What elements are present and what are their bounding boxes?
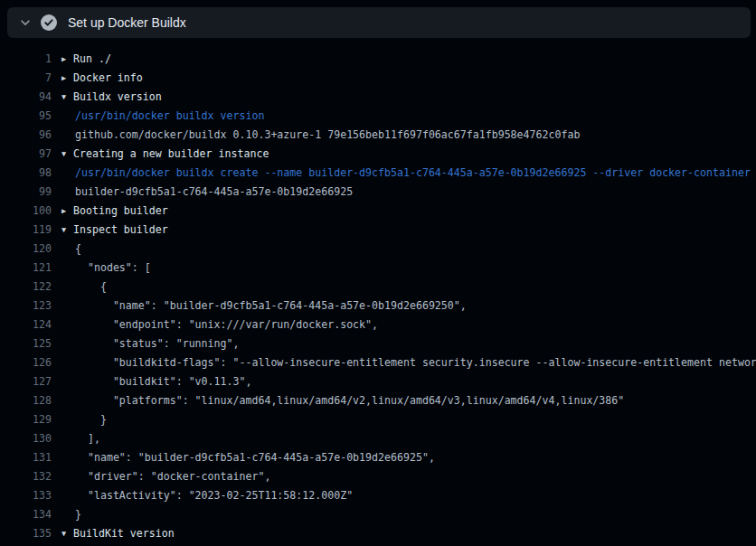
group-label[interactable]: Docker info bbox=[73, 71, 143, 84]
line-number[interactable]: 127 bbox=[0, 372, 52, 391]
log-output-text: "name": "builder-d9cfb5a1-c764-445a-a57e… bbox=[61, 448, 435, 467]
log-group-toggle[interactable]: ▼BuildKit version bbox=[61, 524, 175, 543]
group-label[interactable]: Buildx version bbox=[73, 90, 162, 103]
line-number[interactable]: 96 bbox=[0, 126, 52, 145]
log-group-toggle[interactable]: ▼Buildx version bbox=[61, 88, 162, 107]
line-number[interactable]: 130 bbox=[0, 429, 52, 448]
line-number[interactable]: 120 bbox=[0, 240, 52, 259]
group-label[interactable]: Inspect builder bbox=[73, 223, 168, 236]
log-output-text: "status": "running", bbox=[61, 334, 239, 353]
log-line: 120{ bbox=[0, 240, 756, 259]
line-number[interactable]: 128 bbox=[0, 391, 52, 410]
check-circle-icon bbox=[41, 14, 57, 31]
group-label[interactable]: Run ./ bbox=[73, 52, 111, 65]
log-line: 124 "endpoint": "unix:///var/run/docker.… bbox=[0, 315, 756, 334]
log-line: 130 ], bbox=[0, 429, 756, 448]
log-line: 95/usr/bin/docker buildx version bbox=[0, 107, 756, 126]
log-line: 98/usr/bin/docker buildx create --name b… bbox=[0, 164, 756, 183]
log-command-text: /usr/bin/docker buildx create --name bui… bbox=[61, 164, 751, 183]
log-group-row: 100▶Booting builder bbox=[0, 202, 756, 221]
log-line: 99builder-d9cfb5a1-c764-445a-a57e-0b19d2… bbox=[0, 183, 756, 202]
log-output-text: builder-d9cfb5a1-c764-445a-a57e-0b19d2e6… bbox=[61, 183, 353, 202]
line-number[interactable]: 95 bbox=[0, 107, 52, 126]
log-output-text: "buildkit": "v0.11.3", bbox=[61, 372, 251, 391]
log-line: 122 { bbox=[0, 278, 756, 297]
triangle-down-icon[interactable]: ▼ bbox=[61, 88, 73, 107]
line-number[interactable]: 100 bbox=[0, 202, 52, 221]
line-number[interactable]: 126 bbox=[0, 353, 52, 372]
log-line: 129 } bbox=[0, 410, 756, 429]
log-line: 132 "driver": "docker-container", bbox=[0, 467, 756, 486]
log-line: 121 "nodes": [ bbox=[0, 259, 756, 278]
log-output-text: } bbox=[61, 410, 107, 429]
line-number[interactable]: 98 bbox=[0, 164, 52, 183]
line-number[interactable]: 124 bbox=[0, 315, 52, 334]
line-number[interactable]: 122 bbox=[0, 278, 52, 297]
log-group-toggle[interactable]: ▶Docker info bbox=[61, 69, 143, 88]
log-output-text: { bbox=[61, 278, 107, 297]
log-group-toggle[interactable]: ▼Inspect builder bbox=[61, 221, 168, 240]
triangle-right-icon[interactable]: ▶ bbox=[61, 50, 73, 69]
log-output-text: "name": "builder-d9cfb5a1-c764-445a-a57e… bbox=[61, 297, 467, 315]
log-line: 131 "name": "builder-d9cfb5a1-c764-445a-… bbox=[0, 448, 756, 467]
triangle-down-icon[interactable]: ▼ bbox=[61, 145, 73, 164]
log-group-toggle[interactable]: ▶Booting builder bbox=[61, 202, 168, 221]
line-number[interactable]: 135 bbox=[0, 524, 52, 543]
log-line: 123 "name": "builder-d9cfb5a1-c764-445a-… bbox=[0, 297, 756, 315]
log-command-text: /usr/bin/docker buildx version bbox=[61, 107, 264, 126]
log-output-text: "driver": "docker-container", bbox=[61, 467, 270, 486]
log-output: 1▶Run ./7▶Docker info94▼Buildx version95… bbox=[0, 50, 756, 546]
log-group-row: 7▶Docker info bbox=[0, 69, 756, 88]
line-number[interactable]: 7 bbox=[0, 69, 52, 88]
line-number[interactable]: 125 bbox=[0, 334, 52, 353]
log-output-text: "buildkitd-flags": "--allow-insecure-ent… bbox=[61, 353, 756, 372]
log-group-row: 135▼BuildKit version bbox=[0, 524, 756, 543]
log-group-row: 97▼Creating a new builder instance bbox=[0, 145, 756, 164]
log-output-text: "endpoint": "unix:///var/run/docker.sock… bbox=[61, 315, 378, 334]
line-number[interactable]: 133 bbox=[0, 486, 52, 505]
log-group-toggle[interactable]: ▶Run ./ bbox=[61, 50, 111, 69]
line-number[interactable]: 134 bbox=[0, 505, 52, 524]
triangle-down-icon[interactable]: ▼ bbox=[61, 221, 73, 240]
group-label[interactable]: Booting builder bbox=[73, 204, 168, 217]
log-output-text: "lastActivity": "2023-02-25T11:58:12.000… bbox=[61, 486, 353, 505]
log-group-row: 1▶Run ./ bbox=[0, 50, 756, 69]
chevron-down-icon[interactable] bbox=[18, 15, 33, 30]
log-output-text: { bbox=[61, 240, 81, 259]
line-number[interactable]: 119 bbox=[0, 221, 52, 240]
line-number[interactable]: 131 bbox=[0, 448, 52, 467]
log-group-toggle[interactable]: ▼Creating a new builder instance bbox=[61, 145, 269, 164]
line-number[interactable]: 99 bbox=[0, 183, 52, 202]
line-number[interactable]: 121 bbox=[0, 259, 52, 278]
step-header[interactable]: Set up Docker Buildx bbox=[7, 7, 751, 38]
group-label[interactable]: BuildKit version bbox=[73, 527, 175, 540]
step-title: Set up Docker Buildx bbox=[68, 15, 186, 30]
log-output-text: } bbox=[61, 505, 81, 524]
log-output-text: ], bbox=[61, 429, 100, 448]
group-label[interactable]: Creating a new builder instance bbox=[73, 147, 269, 160]
line-number[interactable]: 97 bbox=[0, 145, 52, 164]
triangle-right-icon[interactable]: ▶ bbox=[61, 69, 73, 88]
log-output-text: "platforms": "linux/amd64,linux/amd64/v2… bbox=[61, 391, 624, 410]
log-group-row: 119▼Inspect builder bbox=[0, 221, 756, 240]
log-output-text: github.com/docker/buildx 0.10.3+azure-1 … bbox=[61, 126, 580, 145]
line-number[interactable]: 132 bbox=[0, 467, 52, 486]
triangle-right-icon[interactable]: ▶ bbox=[61, 202, 73, 221]
line-number[interactable]: 1 bbox=[0, 50, 52, 69]
log-group-row: 94▼Buildx version bbox=[0, 88, 756, 107]
log-line: 96github.com/docker/buildx 0.10.3+azure-… bbox=[0, 126, 756, 145]
log-line: 134} bbox=[0, 505, 756, 524]
line-number[interactable]: 129 bbox=[0, 410, 52, 429]
log-line: 125 "status": "running", bbox=[0, 334, 756, 353]
log-line: 128 "platforms": "linux/amd64,linux/amd6… bbox=[0, 391, 756, 410]
log-line: 133 "lastActivity": "2023-02-25T11:58:12… bbox=[0, 486, 756, 505]
line-number[interactable]: 94 bbox=[0, 88, 52, 107]
log-line: 127 "buildkit": "v0.11.3", bbox=[0, 372, 756, 391]
triangle-down-icon[interactable]: ▼ bbox=[61, 524, 73, 543]
log-line: 126 "buildkitd-flags": "--allow-insecure… bbox=[0, 353, 756, 372]
line-number[interactable]: 123 bbox=[0, 297, 52, 315]
log-output-text: "nodes": [ bbox=[61, 259, 151, 278]
